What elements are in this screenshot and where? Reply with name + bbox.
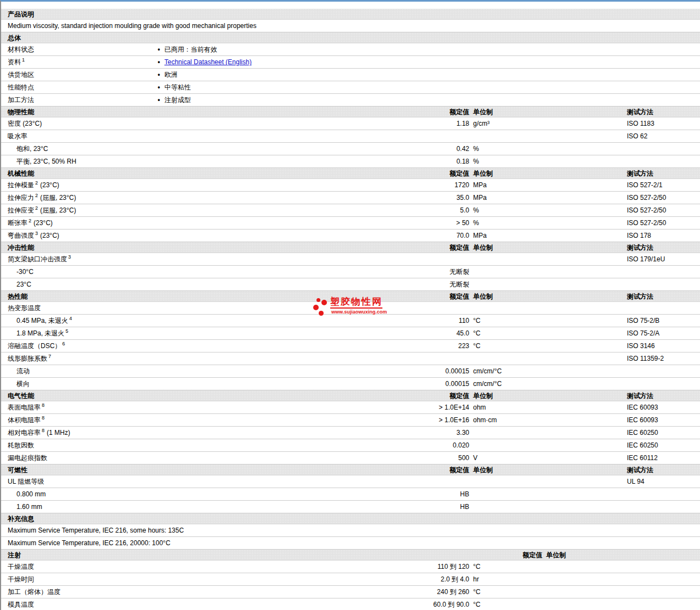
row-label: 体积电阻率8 bbox=[1, 414, 408, 426]
row-rated-value: 60.0 到 90.0 bbox=[408, 598, 469, 610]
table-row: 热变形温度 bbox=[1, 302, 700, 315]
row-unit: °C bbox=[469, 327, 627, 339]
row-label: 模具温度 bbox=[1, 598, 408, 610]
row-label: 饱和, 23°C bbox=[1, 143, 408, 155]
row-label-text: 表面电阻率 bbox=[8, 404, 41, 411]
section-title: 热性能 bbox=[1, 291, 408, 301]
row-test-method: IEC 60112 bbox=[627, 452, 700, 464]
row-label-text: -30°C bbox=[16, 268, 34, 276]
column-header-value: 额定值 bbox=[408, 242, 469, 253]
row-rated-value: 5.0 bbox=[408, 204, 469, 216]
row-rated-value: 45.0 bbox=[408, 327, 469, 339]
row-test-method: ISO 527-2/50 bbox=[627, 204, 700, 216]
row-label: 1.8 MPa, 未退火5 bbox=[1, 327, 408, 339]
table-row: 耗散因数0.020IEC 60250 bbox=[1, 439, 700, 452]
row-label-text: 密度 (23°C) bbox=[8, 120, 42, 127]
row-value-text: 中等粘性 bbox=[164, 83, 191, 91]
row-label: 材料状态 bbox=[1, 43, 158, 55]
section-header: 总体 bbox=[1, 32, 700, 43]
row-label: 1.60 mm bbox=[1, 501, 408, 513]
row-unit bbox=[469, 278, 627, 290]
row-unit bbox=[469, 439, 627, 451]
column-header-unit: 单位制 bbox=[469, 168, 627, 178]
column-header-value: 额定值 bbox=[408, 107, 469, 117]
row-unit: °C bbox=[469, 315, 627, 327]
table-row: 资料1Technical Datasheet (English) bbox=[1, 56, 700, 69]
row-rated-value: 0.42 bbox=[408, 143, 469, 155]
row-test-method bbox=[627, 302, 700, 314]
row-rated-value: 3.30 bbox=[408, 427, 469, 439]
row-label: UL 阻燃等级 bbox=[1, 475, 408, 488]
row-test-method bbox=[627, 266, 700, 278]
row-unit: % bbox=[469, 204, 627, 216]
footnote-ref: 7 bbox=[48, 354, 51, 359]
table-row: 吸水率ISO 62 bbox=[1, 130, 700, 143]
row-label-text: 干燥温度 bbox=[8, 563, 34, 570]
row-label-text: 23°C bbox=[16, 281, 31, 288]
table-row: 23°C无断裂 bbox=[1, 278, 700, 291]
column-header-unit: 单位制 bbox=[469, 465, 627, 475]
row-label-text: 相对电容率 bbox=[8, 429, 41, 436]
row-label-condition: (1 MHz) bbox=[47, 429, 70, 436]
row-test-method bbox=[627, 378, 700, 390]
row-value-cell: 已商用：当前有效 bbox=[158, 43, 700, 55]
row-unit: ohm·cm bbox=[469, 414, 627, 426]
table-row: 1.60 mmHB bbox=[1, 501, 700, 513]
footnote-ref: 8 bbox=[42, 428, 45, 433]
row-test-method bbox=[627, 501, 700, 513]
row-unit bbox=[469, 488, 627, 500]
footnote-ref: 5 bbox=[65, 328, 68, 334]
row-label-text: 性能特点 bbox=[8, 83, 34, 91]
row-unit: °C bbox=[469, 598, 627, 610]
footnote-ref: 2 bbox=[29, 218, 31, 223]
row-test-method: ISO 178 bbox=[627, 230, 700, 242]
table-row: 流动0.00015cm/cm/°C bbox=[1, 365, 700, 378]
row-test-method bbox=[627, 586, 700, 598]
table-row: 漏电起痕指数500VIEC 60112 bbox=[1, 452, 700, 465]
row-label-condition: (屈服, 23°C) bbox=[40, 194, 76, 202]
row-test-method: ISO 75-2/B bbox=[627, 315, 700, 327]
row-label: 横向 bbox=[1, 378, 408, 390]
row-unit bbox=[469, 302, 627, 314]
section-header: 可燃性额定值单位制测试方法 bbox=[1, 465, 700, 475]
row-test-method bbox=[627, 155, 700, 167]
table-row: -30°C无断裂 bbox=[1, 266, 700, 278]
datasheet-link[interactable]: Technical Datasheet (English) bbox=[164, 58, 252, 66]
table-row: 溶融温度（DSC）6223°CISO 3146 bbox=[1, 340, 700, 352]
row-label-text: 简支梁缺口冲击强度 bbox=[8, 255, 67, 263]
table-row: 相对电容率8(1 MHz)3.30IEC 60250 bbox=[1, 427, 700, 439]
row-label: 0.45 MPa, 未退火4 bbox=[1, 315, 408, 327]
row-label: 流动 bbox=[1, 365, 408, 377]
row-rated-value bbox=[408, 352, 469, 365]
row-label-text: 漏电起痕指数 bbox=[8, 454, 47, 462]
row-rated-value: > 1.0E+16 bbox=[408, 414, 469, 426]
row-rated-value: 240 到 260 bbox=[408, 586, 469, 598]
row-label: 资料1 bbox=[1, 56, 158, 68]
row-unit: °C bbox=[469, 561, 627, 573]
row-label: 溶融温度（DSC）6 bbox=[1, 340, 408, 352]
section-header: 热性能额定值单位制测试方法 bbox=[1, 291, 700, 302]
table-row: 性能特点中等粘性 bbox=[1, 81, 700, 94]
row-test-method: ISO 11359-2 bbox=[627, 352, 700, 365]
row-label-condition: (23°C) bbox=[40, 232, 59, 239]
row-rated-value: 110 bbox=[408, 315, 469, 327]
row-label: 漏电起痕指数 bbox=[1, 452, 408, 464]
row-label-text: 拉伸模量 bbox=[8, 181, 34, 189]
column-header-value: 额定值 bbox=[408, 390, 469, 401]
row-test-method bbox=[627, 365, 700, 377]
row-unit: % bbox=[469, 217, 627, 229]
section-header: 注射额定值单位制 bbox=[1, 550, 700, 561]
row-rated-value: 0.020 bbox=[408, 439, 469, 451]
row-rated-value: 35.0 bbox=[408, 192, 469, 204]
datasheet-page: 产品说明Medium viscosity, standard injection… bbox=[0, 0, 700, 610]
row-label-condition: (屈服, 23°C) bbox=[40, 206, 76, 214]
row-label: 吸水率 bbox=[1, 130, 408, 142]
row-rated-value: HB bbox=[408, 488, 469, 500]
row-label-text: 弯曲强度 bbox=[8, 232, 34, 239]
bullet-icon bbox=[158, 96, 164, 104]
row-label-text: 供货地区 bbox=[8, 71, 34, 79]
row-label-text: 平衡, 23°C, 50% RH bbox=[16, 158, 76, 165]
footnote-ref: 1 bbox=[22, 57, 25, 63]
row-test-method bbox=[627, 488, 700, 500]
column-header-unit: 单位制 bbox=[469, 291, 627, 301]
